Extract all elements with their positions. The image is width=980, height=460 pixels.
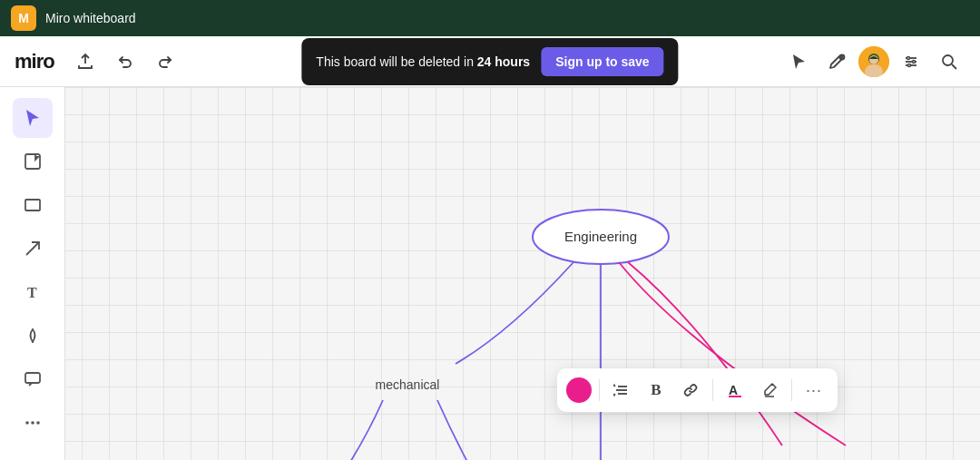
pen-draw-tool[interactable] — [13, 316, 53, 356]
search-button[interactable] — [933, 45, 965, 78]
select-tool[interactable] — [13, 98, 53, 138]
miro-logo-icon: M — [11, 5, 36, 31]
notification-text: This board will be deleted in 24 hours — [316, 54, 530, 69]
right-toolbar — [782, 45, 965, 78]
text-tool[interactable]: T — [13, 272, 53, 312]
comment-tool[interactable] — [13, 359, 53, 399]
notification-highlight: 24 hours — [477, 54, 530, 69]
export-button[interactable] — [69, 45, 102, 78]
canvas-area[interactable]: T Engineering — [0, 87, 980, 460]
pen-tool-button[interactable] — [820, 45, 853, 78]
svg-text:Engineering: Engineering — [564, 229, 637, 244]
svg-text:A: A — [729, 383, 738, 397]
svg-point-20 — [36, 421, 40, 425]
color-picker-dot[interactable] — [566, 377, 592, 403]
bold-button[interactable]: B — [642, 376, 671, 405]
left-sidebar: T — [0, 87, 65, 460]
toolbar-divider-1 — [599, 379, 600, 401]
more-tools[interactable] — [13, 403, 53, 443]
miro-wordmark: miro — [15, 50, 54, 73]
notification-banner: This board will be deleted in 24 hours S… — [301, 38, 678, 85]
sticky-note-tool[interactable] — [13, 142, 53, 181]
svg-line-12 — [952, 64, 956, 69]
svg-line-15 — [26, 242, 39, 255]
canvas-svg: Engineering mechanical newton's laws fra… — [65, 87, 980, 460]
svg-point-19 — [31, 421, 34, 425]
svg-point-10 — [908, 64, 911, 66]
svg-point-8 — [907, 56, 910, 59]
select-tool-button[interactable] — [782, 45, 815, 78]
more-options-button[interactable]: ··· — [799, 376, 828, 405]
link-button[interactable] — [676, 376, 705, 405]
text-color-button[interactable]: A — [720, 376, 750, 405]
svg-point-9 — [913, 60, 916, 63]
signup-button[interactable]: Sign up to save — [541, 47, 663, 76]
highlight-button[interactable] — [755, 376, 784, 405]
svg-text:mechanical: mechanical — [376, 377, 440, 392]
svg-point-18 — [25, 421, 29, 425]
svg-rect-31 — [729, 396, 741, 397]
titlebar-title: Miro whiteboard — [45, 11, 136, 25]
svg-rect-17 — [25, 373, 40, 383]
svg-text:T: T — [27, 285, 37, 300]
toolbar-divider-2 — [712, 379, 713, 401]
titlebar: M Miro whiteboard — [0, 0, 980, 36]
svg-point-11 — [943, 55, 953, 65]
undo-button[interactable] — [109, 45, 142, 78]
line-spacing-button[interactable] — [607, 376, 636, 405]
floating-toolbar: B A ··· — [557, 368, 838, 412]
svg-rect-14 — [25, 200, 40, 210]
user-avatar[interactable] — [858, 46, 889, 77]
settings-button[interactable] — [895, 45, 927, 78]
main-toolbar: miro This board will be deleted in 24 ho… — [0, 36, 980, 87]
toolbar-divider-3 — [791, 379, 792, 401]
rectangle-tool[interactable] — [13, 185, 53, 225]
redo-button[interactable] — [149, 45, 181, 78]
arrow-tool[interactable] — [13, 229, 53, 269]
